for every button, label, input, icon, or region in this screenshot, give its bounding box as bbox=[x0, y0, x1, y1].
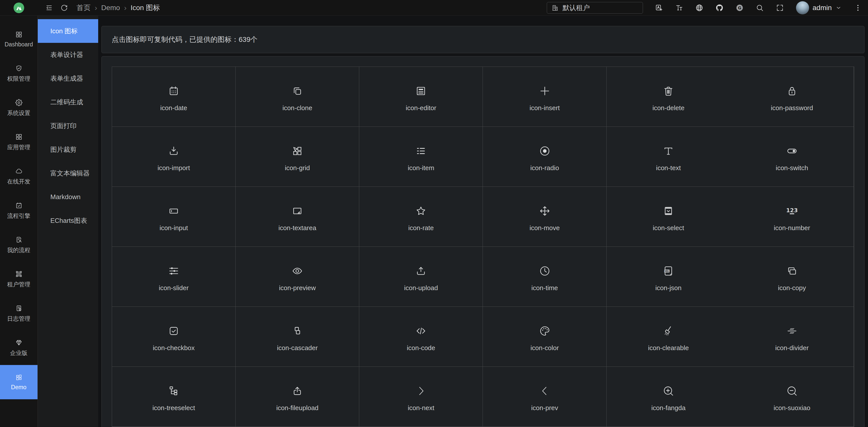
tip-text: 点击图标即可复制代码，已提供的图标：639个 bbox=[112, 35, 257, 45]
icon-password bbox=[786, 85, 798, 97]
collapse-menu-button[interactable] bbox=[45, 4, 53, 11]
font-size-button[interactable] bbox=[675, 4, 683, 12]
icon-grid-cell[interactable]: icon-textarea bbox=[236, 187, 359, 247]
icon-grid-cell[interactable]: icon-fangda bbox=[607, 367, 730, 427]
secondary-menu-item[interactable]: 图片裁剪 bbox=[38, 138, 98, 161]
icon-grid-cell[interactable]: icon-preview bbox=[236, 247, 359, 307]
icon-gallery-card: icon-date icon-clone icon-editor icon-in… bbox=[101, 56, 865, 427]
icon-label: icon-text bbox=[656, 164, 681, 172]
icon-grid-cell[interactable]: icon-json bbox=[607, 247, 730, 307]
icon-clone bbox=[291, 85, 303, 97]
diamond-icon bbox=[16, 339, 22, 346]
sidebar-item[interactable]: 应用管理 bbox=[0, 125, 37, 159]
icon-grid-cell[interactable]: icon-switch bbox=[730, 127, 854, 187]
sidebar-item[interactable]: 权限管理 bbox=[0, 56, 37, 91]
secondary-menu-item[interactable]: 富文本编辑器 bbox=[38, 161, 98, 185]
refresh-button[interactable] bbox=[60, 4, 68, 11]
breadcrumb-home[interactable]: 首页 bbox=[76, 3, 91, 12]
icon-grid-cell[interactable]: icon-treeselect bbox=[112, 367, 236, 427]
icon-grid-cell[interactable]: icon-text bbox=[607, 127, 730, 187]
icon-grid-cell[interactable]: icon-slider bbox=[112, 247, 236, 307]
icon-grid-cell[interactable]: icon-delete bbox=[607, 67, 730, 127]
breadcrumb-demo[interactable]: Demo bbox=[101, 4, 120, 12]
secondary-menu-item[interactable]: ECharts图表 bbox=[38, 209, 98, 232]
icon-rate bbox=[415, 205, 427, 217]
icon-grid-cell[interactable]: icon-color bbox=[483, 307, 607, 367]
icon-label: icon-json bbox=[655, 284, 681, 292]
icon-grid-cell[interactable]: icon-fileupload bbox=[236, 367, 359, 427]
user-menu[interactable]: admin bbox=[796, 1, 842, 15]
icon-grid-cell[interactable]: icon-item bbox=[359, 127, 483, 187]
icon-grid-cell[interactable]: icon-cascader bbox=[236, 307, 359, 367]
icon-grid-cell[interactable]: icon-time bbox=[483, 247, 607, 307]
app-logo[interactable] bbox=[0, 0, 38, 16]
icon-grid-cell[interactable]: icon-date bbox=[112, 67, 236, 127]
secondary-menu-item[interactable]: 二维码生成 bbox=[38, 90, 98, 114]
icon-grid-cell[interactable]: icon-import bbox=[112, 127, 236, 187]
icon-code bbox=[415, 325, 427, 337]
chevron-down-icon bbox=[835, 4, 842, 11]
sidebar-item[interactable]: 我的流程 bbox=[0, 228, 37, 262]
main-content: 点击图标即可复制代码，已提供的图标：639个 icon-date icon-cl… bbox=[98, 16, 868, 427]
sidebar-item[interactable]: 企业版 bbox=[0, 331, 37, 365]
icon-label: icon-copy bbox=[778, 284, 806, 292]
icon-import bbox=[168, 145, 180, 157]
icon-grid-cell[interactable]: icon-password bbox=[730, 67, 854, 127]
icon-grid-cell[interactable]: icon-code bbox=[359, 307, 483, 367]
icon-grid-cell[interactable]: icon-grid bbox=[236, 127, 359, 187]
github-icon bbox=[715, 4, 723, 12]
icon-grid: icon-date icon-clone icon-editor icon-in… bbox=[112, 66, 854, 427]
icon-grid-cell[interactable]: icon-rate bbox=[359, 187, 483, 247]
icon-grid-cell[interactable]: icon-editor bbox=[359, 67, 483, 127]
icon-label: icon-cascader bbox=[277, 344, 318, 352]
icon-grid-cell[interactable]: icon-next bbox=[359, 367, 483, 427]
icon-grid-cell[interactable]: icon-suoxiao bbox=[730, 367, 854, 427]
secondary-menu-item[interactable]: 表单生成器 bbox=[38, 66, 98, 90]
icon-input bbox=[168, 205, 180, 217]
sidebar-item[interactable]: 流程引擎 bbox=[0, 194, 37, 228]
fullscreen-button[interactable] bbox=[776, 4, 784, 12]
secondary-menu-item[interactable]: 表单设计器 bbox=[38, 43, 98, 66]
sidebar-item[interactable]: Dashboard bbox=[0, 22, 37, 56]
calendar-check-icon bbox=[16, 202, 22, 209]
icon-label: icon-select bbox=[653, 224, 684, 232]
sidebar-item[interactable]: Demo bbox=[0, 365, 37, 399]
icon-grid-cell[interactable]: icon-clearable bbox=[607, 307, 730, 367]
icon-grid-cell[interactable]: icon-upload bbox=[359, 247, 483, 307]
icon-grid-cell[interactable]: icon-prev bbox=[483, 367, 607, 427]
icon-grid-cell[interactable]: icon-input bbox=[112, 187, 236, 247]
github-link[interactable] bbox=[715, 4, 723, 12]
icon-label: icon-suoxiao bbox=[774, 404, 810, 412]
more-settings-button[interactable] bbox=[854, 4, 862, 12]
sidebar-item[interactable]: 在线开发 bbox=[0, 159, 37, 194]
icon-fileupload bbox=[291, 385, 303, 397]
icon-grid-cell[interactable]: icon-copy bbox=[730, 247, 854, 307]
icon-grid-cell[interactable]: icon-clone bbox=[236, 67, 359, 127]
sidebar-item[interactable]: 租户管理 bbox=[0, 262, 37, 296]
icon-grid-cell[interactable]: icon-radio bbox=[483, 127, 607, 187]
icon-label: icon-switch bbox=[776, 164, 808, 172]
tenant-select[interactable]: 默认租户 bbox=[547, 2, 643, 13]
icon-grid-cell[interactable]: icon-divider bbox=[730, 307, 854, 367]
language-button[interactable] bbox=[695, 4, 703, 12]
secondary-menu-item[interactable]: Icon 图标 bbox=[38, 19, 98, 43]
secondary-menu-item[interactable]: Markdown bbox=[38, 185, 98, 209]
icon-grid-cell[interactable]: icon-checkbox bbox=[112, 307, 236, 367]
icon-grid-cell[interactable]: icon-move bbox=[483, 187, 607, 247]
icon-grid-cell[interactable]: icon-insert bbox=[483, 67, 607, 127]
top-navbar: 首页 › Demo › Icon 图标 默认租户 admin bbox=[0, 0, 868, 16]
icon-label: icon-radio bbox=[530, 164, 559, 172]
icon-grid-cell[interactable]: icon-number bbox=[730, 187, 854, 247]
globe-icon bbox=[695, 4, 703, 12]
sidebar-item[interactable]: 日志管理 bbox=[0, 296, 37, 331]
breadcrumb-separator: › bbox=[124, 4, 127, 11]
icon-copy bbox=[786, 265, 798, 277]
gitee-link[interactable] bbox=[736, 4, 744, 12]
search-button[interactable] bbox=[756, 4, 764, 12]
translate-button[interactable] bbox=[655, 4, 663, 12]
avatar[interactable] bbox=[796, 1, 809, 15]
icon-delete bbox=[662, 85, 674, 97]
secondary-menu-item[interactable]: 页面打印 bbox=[38, 114, 98, 138]
sidebar-item[interactable]: 系统设置 bbox=[0, 91, 37, 125]
icon-grid-cell[interactable]: icon-select bbox=[607, 187, 730, 247]
